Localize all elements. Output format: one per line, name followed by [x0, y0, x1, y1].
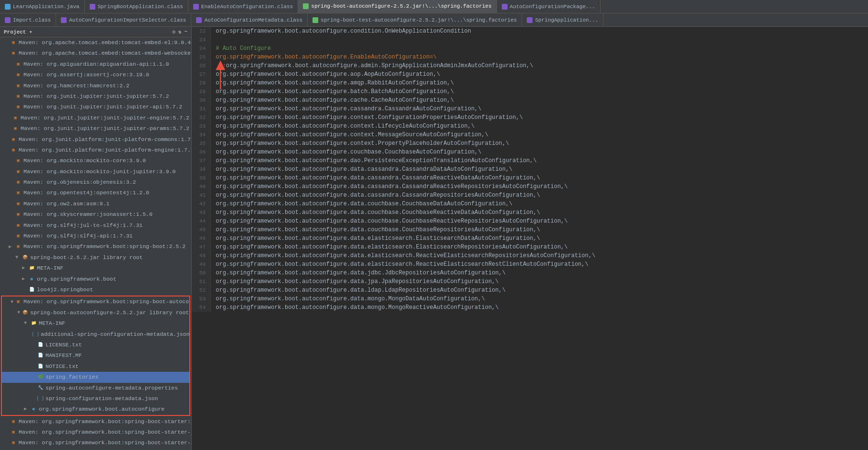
item-label: Maven: org.junit.jupiter:junit-jupiter-e…: [21, 114, 189, 122]
tab-autoconfiguration-metadata[interactable]: AutoConfigurationMetadata.class: [191, 13, 308, 26]
line-content: org.springframework.boot.autoconfigure.d…: [211, 200, 868, 208]
maven-icon: ▣: [10, 39, 17, 46]
tab-autoconfiguration-import-selector[interactable]: AutoConfigurationImportSelector.class: [56, 13, 191, 26]
line-content: org.springframework.boot.autoconfigure.d…: [211, 234, 868, 243]
line-number: 27: [192, 70, 211, 79]
item-label: spring-autoconfigure-metadata.properties: [46, 384, 178, 392]
item-label: META-INF: [37, 264, 63, 272]
list-item[interactable]: { } additional-spring-configuration-meta…: [2, 329, 189, 340]
code-line-35: 35 org.springframework.boot.autoconfigur…: [192, 139, 868, 148]
collapse-icon[interactable]: −: [184, 29, 187, 35]
tab-spring-boot-test-factories[interactable]: spring-boot-test-autoconfigure-2.5.2.jar…: [308, 13, 522, 26]
line-content: org.springframework.boot.autoconfigure.d…: [211, 208, 868, 217]
item-label: spring-configuration-metadata.json: [46, 394, 158, 403]
tab-label: SpringApplication...: [535, 17, 598, 23]
code-line-52: 52 org.springframework.boot.autoconfigur…: [192, 286, 868, 295]
list-item[interactable]: ▣ Maven: org.apiguardian:apiguardian-api…: [0, 59, 191, 70]
list-item[interactable]: 📄 MANIFEST.MF: [2, 350, 189, 361]
list-item[interactable]: ▣ Maven: org.junit.platform:junit-platfo…: [0, 134, 191, 145]
list-item[interactable]: ▣ Maven: org.junit.jupiter:junit-jupiter…: [0, 102, 191, 112]
item-label: Maven: org.slf4j:slf4j-api:1.7.31: [23, 232, 133, 240]
list-item[interactable]: ▣ Maven: org.assertj:assertj-core:3.19.0: [0, 70, 191, 80]
list-item[interactable]: 📦 spring-boot-autoconfigure-2.5.2.jar li…: [2, 308, 189, 318]
list-item[interactable]: ▣ Maven: org.springframework.boot:spring…: [0, 241, 191, 252]
tab-spring-factories-active[interactable]: spring-boot-autoconfigure-2.5.2.jar!\...…: [298, 0, 497, 13]
code-line-51: 51 org.springframework.boot.autoconfigur…: [192, 277, 868, 286]
list-item[interactable]: ▣ Maven: org.ow2.asm:asm:9.1: [0, 199, 191, 209]
list-item[interactable]: ▣ Maven: org.junit.jupiter:junit-jupiter…: [0, 113, 191, 123]
list-item[interactable]: { } spring-configuration-metadata.json: [2, 393, 189, 404]
tab-label: spring-boot-test-autoconfigure-2.5.2.jar…: [321, 17, 517, 23]
arrow-icon: [9, 243, 13, 251]
list-item[interactable]: ◉ org.springframework.boot.autoconfigure: [2, 404, 189, 414]
spring-factories-item[interactable]: 🌿 spring.factories: [2, 372, 189, 382]
line-number: 54: [192, 303, 211, 312]
list-item[interactable]: ▣ Maven: org.slf4j:jul-to-slf4j:1.7.31: [0, 220, 191, 231]
class-icon: [90, 4, 95, 10]
list-item[interactable]: 📁 META-INF: [0, 263, 191, 273]
maven-icon: ▣: [15, 190, 22, 197]
editor-wrapper: 22 org.springframework.boot.autoconfigur…: [192, 27, 868, 450]
code-line-32: 32 org.springframework.boot.autoconfigur…: [192, 113, 868, 122]
line-number: 28: [192, 79, 211, 87]
code-line-29: 29 org.springframework.boot.autoconfigur…: [192, 87, 868, 96]
maven-icon: ▣: [15, 299, 22, 306]
class-icon: [196, 17, 202, 23]
maven-icon: ▣: [15, 104, 22, 111]
list-item[interactable]: 📦 spring-boot-2.5.2.jar library root: [0, 252, 191, 263]
list-item[interactable]: ▣ Maven: org.springframework.boot:spring…: [2, 296, 189, 307]
list-item[interactable]: 🔧 spring-autoconfigure-metadata.properti…: [2, 383, 189, 393]
json-icon: { }: [37, 395, 44, 402]
tab-spring-boot-application[interactable]: SpringBootApplication.class: [85, 0, 188, 13]
maven-icon: ▣: [15, 71, 22, 78]
line-number: 24: [192, 44, 211, 53]
jar-icon: 📦: [22, 254, 28, 261]
list-item[interactable]: ▣ Maven: org.apache.tomcat.embed:tomcat-…: [0, 48, 191, 59]
line-number: 40: [192, 182, 211, 191]
line-number: 23: [192, 36, 211, 44]
item-label: Maven: org.springframework.boot:spring-b…: [19, 417, 191, 426]
list-item[interactable]: ▣ Maven: org.mockito:mockito-core:3.9.0: [0, 155, 191, 166]
line-number: 42: [192, 200, 211, 208]
list-item[interactable]: ▣ Maven: org.springframework.boot:spring…: [0, 438, 191, 448]
class-icon: [502, 4, 508, 10]
list-item[interactable]: ▣ Maven: org.skyscreamer:jsonassert:1.5.…: [0, 209, 191, 220]
list-item[interactable]: ▣ Maven: org.junit.jupiter:junit-jupiter…: [0, 123, 191, 134]
line-number: 51: [192, 277, 211, 286]
list-item[interactable]: ◉ org.springframework.boot: [0, 274, 191, 284]
list-item[interactable]: ▣ Maven: org.mockito:mockito-junit-jupit…: [0, 166, 191, 177]
list-item[interactable]: ▣ Maven: org.hamcrest:hamcrest:2.2: [0, 81, 191, 91]
tab-spring-application[interactable]: SpringApplication...: [522, 13, 603, 26]
tab-import-class[interactable]: Import.class: [0, 13, 56, 26]
line-content: org.springframework.boot.autoconfigure.b…: [211, 87, 868, 96]
arrow-icon: [17, 309, 20, 317]
sort-icon[interactable]: ⇅: [178, 29, 182, 35]
maven-icon: ▣: [10, 147, 17, 154]
item-label: loo4j2.springboot: [37, 285, 93, 294]
list-item[interactable]: 📄 LICENSE.txt: [2, 340, 189, 350]
list-item[interactable]: ▣ Maven: org.objenesis:objenesis:3.2: [0, 177, 191, 188]
gear-icon[interactable]: ⚙: [172, 29, 175, 35]
tab-label: AutoConfigurationImportSelector.class: [69, 17, 186, 23]
list-item[interactable]: 📄 NOTICE.txt: [2, 361, 189, 372]
tab-enable-auto-configuration[interactable]: EnableAutoConfiguration.class: [188, 0, 298, 13]
code-line-53: 53 org.springframework.boot.autoconfigur…: [192, 295, 868, 303]
item-label: Maven: org.ow2.asm:asm:9.1: [23, 200, 109, 208]
list-item[interactable]: 📁 META-INF: [2, 318, 189, 329]
arrow-icon: [24, 405, 29, 413]
tab-learn-application[interactable]: LearnApplication.java: [0, 0, 85, 13]
list-item[interactable]: ▣ Maven: org.slf4j:slf4j-api:1.7.31: [0, 231, 191, 241]
item-label: NOTICE.txt: [46, 362, 79, 371]
list-item[interactable]: ▣ Maven: org.springframework.boot:spring…: [0, 427, 191, 438]
list-item[interactable]: 📄 loo4j2.springboot: [0, 284, 191, 295]
list-item[interactable]: ▣ Maven: org.junit.platform:junit-platfo…: [0, 145, 191, 155]
tab-autoconfiguration-package[interactable]: AutoConfigurationPackage...: [497, 0, 601, 13]
line-number: 48: [192, 251, 211, 260]
list-item[interactable]: ▣ Maven: org.springframework.boot:spring…: [0, 416, 191, 427]
list-item[interactable]: ▣ Maven: org.junit.jupiter:junit-jupiter…: [0, 91, 191, 102]
line-number: 37: [192, 156, 211, 165]
list-item[interactable]: ▣ Maven: org.opentest4j:opentest4j:1.2.0: [0, 188, 191, 198]
line-content: org.springframework.boot.autoconfigure.c…: [211, 96, 868, 105]
class-icon: [527, 17, 532, 23]
list-item[interactable]: ▣ Maven: org.apache.tomcat.embed:tomcat-…: [0, 37, 191, 48]
